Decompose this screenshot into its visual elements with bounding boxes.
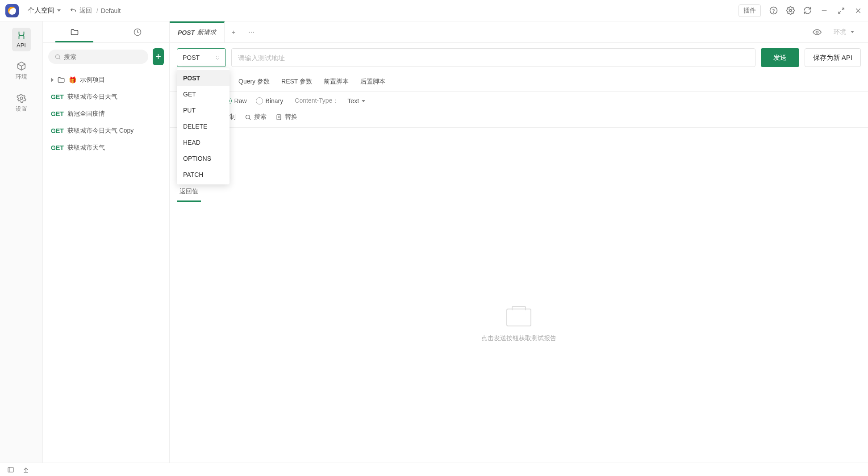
method-badge: GET: [51, 93, 64, 100]
param-tab-query[interactable]: Query 参数: [238, 72, 271, 91]
tab-more-button[interactable]: ⋯: [242, 21, 260, 42]
editor-area[interactable]: [170, 128, 868, 181]
method-option[interactable]: HEAD: [177, 134, 230, 150]
method-select[interactable]: POST POST GET PUT DELETE HEAD OPTIONS PA…: [177, 48, 226, 67]
replace-button[interactable]: 替换: [275, 113, 297, 121]
search-input-wrapper[interactable]: [48, 50, 148, 64]
svg-line-9: [59, 58, 60, 59]
item-label: 获取城市今日天气 Copy: [67, 127, 134, 135]
method-value: POST: [183, 54, 200, 61]
method-badge: GET: [51, 110, 64, 117]
env-selector[interactable]: 环境: [829, 25, 859, 39]
request-tab[interactable]: POST 新请求: [170, 21, 225, 42]
folder-icon: [70, 28, 79, 37]
env-placeholder: 环境: [834, 28, 846, 36]
empty-text: 点击发送按钮获取测试报告: [481, 334, 556, 342]
body-radio-binary[interactable]: Binary: [256, 97, 284, 104]
search-input[interactable]: [64, 53, 142, 60]
plugin-button[interactable]: 插件: [739, 4, 761, 17]
replace-icon: [275, 114, 282, 121]
chevron-down-icon: [851, 31, 854, 33]
folder-label: 示例项目: [80, 76, 105, 84]
save-as-button[interactable]: 保存为新 API: [805, 48, 861, 67]
svg-point-12: [246, 115, 250, 119]
inbox-icon: [506, 309, 531, 326]
send-button[interactable]: 发送: [761, 48, 799, 67]
workspace-selector[interactable]: 个人空间: [28, 6, 61, 15]
search-icon: [54, 54, 61, 60]
upload-icon[interactable]: [21, 465, 30, 474]
editor-toolbar: 格式化 复制 搜索 替换: [170, 110, 868, 128]
add-tab-button[interactable]: +: [225, 21, 242, 42]
method-badge: GET: [51, 127, 64, 134]
refresh-icon[interactable]: [803, 6, 812, 15]
tree-item[interactable]: GET 获取城市今日天气 Copy: [46, 123, 166, 138]
chevron-down-icon: [362, 100, 365, 102]
method-option[interactable]: GET: [177, 86, 230, 102]
search-button[interactable]: 搜索: [245, 113, 267, 121]
folder-icon: [57, 76, 65, 84]
rail-label: 设置: [16, 105, 27, 113]
method-option[interactable]: OPTIONS: [177, 150, 230, 167]
svg-point-8: [56, 54, 60, 58]
item-label: 获取城市今日天气: [67, 93, 117, 101]
help-icon[interactable]: [769, 6, 778, 15]
eye-icon[interactable]: [813, 28, 822, 37]
url-input[interactable]: [231, 48, 755, 67]
param-tab-postscript[interactable]: 后置脚本: [359, 72, 386, 91]
param-tab-prescript[interactable]: 前置脚本: [323, 72, 350, 91]
cube-icon: [17, 61, 26, 71]
statusbar: [0, 463, 868, 476]
tree-item[interactable]: GET 新冠全国疫情: [46, 106, 166, 121]
chevron-up-down-icon: [215, 55, 220, 60]
rail-item-env[interactable]: 环境: [11, 58, 32, 84]
method-badge: GET: [51, 144, 64, 151]
breadcrumb: /Default: [96, 7, 121, 14]
api-icon: [17, 30, 26, 40]
back-button[interactable]: 返回: [70, 7, 92, 15]
param-tab-rest[interactable]: REST 参数: [280, 72, 313, 91]
settings-icon[interactable]: [786, 6, 795, 15]
titlebar: 个人空间 返回 /Default 插件: [0, 0, 868, 21]
item-label: 新冠全国疫情: [67, 110, 105, 118]
api-tree: 🎁 示例项目 GET 获取城市今日天气 GET 新冠全国疫情 GET 获取城市今…: [43, 71, 169, 157]
content-type-select[interactable]: Text: [347, 97, 365, 104]
method-option[interactable]: DELETE: [177, 118, 230, 134]
app-logo: [5, 4, 19, 17]
nav-rail: API 环境 设置: [0, 21, 43, 463]
close-icon[interactable]: [854, 6, 863, 15]
tab-title: 新请求: [197, 29, 216, 37]
item-label: 获取城市天气: [67, 144, 105, 152]
sidebar-tab-folder[interactable]: [43, 21, 106, 42]
tab-method: POST: [178, 29, 195, 36]
method-option[interactable]: PATCH: [177, 167, 230, 183]
tabs-row: POST 新请求 + ⋯ 环境: [170, 21, 868, 43]
method-option[interactable]: POST: [177, 70, 230, 86]
method-option[interactable]: PUT: [177, 102, 230, 118]
url-row: POST POST GET PUT DELETE HEAD OPTIONS PA…: [170, 43, 868, 72]
workspace-label: 个人空间: [28, 6, 54, 15]
svg-point-1: [773, 13, 774, 13]
sidebar-tab-history[interactable]: [106, 21, 170, 42]
history-icon: [133, 28, 142, 37]
minimize-icon[interactable]: [820, 6, 829, 15]
tree-item[interactable]: GET 获取城市今日天气: [46, 89, 166, 104]
rail-label: 环境: [16, 73, 27, 81]
rail-item-api[interactable]: API: [12, 28, 31, 51]
radio-icon: [256, 97, 263, 104]
rail-item-settings[interactable]: 设置: [11, 91, 32, 116]
svg-point-2: [789, 9, 792, 12]
chevron-down-icon: [57, 9, 61, 12]
body-type-row: Form-data Raw Binary Content-Type： Text: [170, 92, 868, 110]
tree-item[interactable]: GET 获取城市天气: [46, 140, 166, 155]
add-button[interactable]: +: [153, 48, 164, 65]
panel-toggle-icon[interactable]: [6, 465, 15, 474]
maximize-icon[interactable]: [837, 6, 846, 15]
gift-icon: 🎁: [69, 76, 76, 84]
search-icon: [245, 114, 251, 121]
rail-label: API: [17, 42, 26, 49]
param-tabs: 请求头 请求体 Query 参数 REST 参数 前置脚本 后置脚本: [170, 72, 868, 92]
tree-folder[interactable]: 🎁 示例项目: [46, 72, 166, 88]
method-dropdown: POST GET PUT DELETE HEAD OPTIONS PATCH: [177, 68, 230, 184]
undo-icon: [70, 7, 77, 14]
